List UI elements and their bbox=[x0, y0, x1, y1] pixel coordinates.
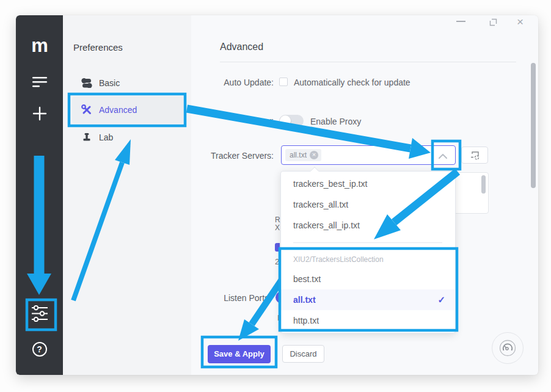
auto-update-checkbox-label: Automatically check for update bbox=[294, 78, 411, 87]
sidebar-item-lab[interactable]: Lab bbox=[81, 128, 113, 147]
close-button[interactable]: × bbox=[517, 15, 524, 29]
proxy-toggle[interactable] bbox=[279, 115, 304, 127]
help-icon[interactable]: ? bbox=[16, 342, 63, 357]
sync-icon bbox=[470, 151, 480, 160]
sidebar-item-label: Lab bbox=[99, 132, 113, 142]
dropdown-item[interactable]: trackers_best_ip.txt bbox=[281, 173, 455, 194]
app-window: m ? Preferences bbox=[16, 15, 538, 375]
preferences-title: Preferences bbox=[73, 42, 123, 53]
discard-button[interactable]: Discard bbox=[282, 345, 324, 363]
dropdown-item-selected[interactable]: all.txt ✓ bbox=[281, 289, 455, 310]
tag-label: all.txt bbox=[290, 151, 307, 159]
dropdown-item[interactable]: best.txt bbox=[281, 269, 455, 289]
speedometer-icon bbox=[499, 339, 516, 357]
app-logo: m bbox=[16, 36, 63, 55]
sidebar-item-label: Advanced bbox=[99, 105, 137, 115]
toggle-knob bbox=[280, 115, 291, 126]
occluded-text-fragment: 2 bbox=[275, 257, 279, 266]
dropdown-item[interactable]: trackers_all_ip.txt bbox=[281, 215, 455, 236]
proxy-toggle-label: Enable Proxy bbox=[310, 117, 361, 126]
tools-icon bbox=[81, 104, 92, 115]
speed-limit-button[interactable] bbox=[492, 332, 524, 364]
selected-tag: all.txt × bbox=[285, 149, 321, 161]
dropdown-item[interactable]: trackers_all.txt bbox=[281, 194, 455, 215]
textarea-scrollbar[interactable] bbox=[481, 175, 486, 194]
help-glyph: ? bbox=[32, 342, 47, 357]
sidebar-item-label: Basic bbox=[99, 78, 120, 88]
tracker-servers-label: Tracker Servers: bbox=[138, 151, 274, 161]
task-list-icon[interactable] bbox=[16, 76, 63, 87]
preferences-icon[interactable] bbox=[16, 305, 63, 322]
tracker-sources-dropdown: trackers_best_ip.txt trackers_all.txt tr… bbox=[280, 171, 456, 333]
nav-sidebar: m ? bbox=[16, 15, 63, 375]
title-divider bbox=[220, 62, 516, 62]
sync-trackers-button[interactable] bbox=[461, 147, 488, 164]
dropdown-group-label: XIU2/TrackersListCollection bbox=[281, 253, 455, 266]
page-title: Advanced bbox=[220, 42, 263, 53]
preferences-panel bbox=[63, 15, 191, 375]
proxy-label: Proxy: bbox=[138, 116, 274, 126]
sidebar-item-basic[interactable]: Basic bbox=[81, 74, 120, 92]
basic-toggles-icon bbox=[81, 78, 92, 89]
lab-stamp-icon bbox=[81, 132, 92, 143]
save-apply-button[interactable]: Save & Apply bbox=[208, 345, 271, 363]
occluded-text-fragment: X bbox=[275, 223, 280, 232]
screenshot-root: { "titlebar": { "minimize_icon": "minimi… bbox=[0, 0, 551, 392]
check-icon: ✓ bbox=[437, 289, 445, 310]
listen-ports-label: Listen Ports: bbox=[136, 293, 271, 303]
restore-button[interactable] bbox=[489, 18, 497, 29]
occluded-checked-checkbox bbox=[275, 243, 280, 252]
tag-close-icon[interactable]: × bbox=[310, 151, 318, 159]
tracker-servers-select[interactable]: all.txt × bbox=[281, 145, 456, 165]
add-task-icon[interactable] bbox=[16, 106, 63, 122]
auto-update-checkbox[interactable] bbox=[279, 78, 288, 86]
dropdown-item[interactable]: http.txt bbox=[281, 310, 455, 331]
auto-update-label: Auto Update: bbox=[138, 78, 274, 87]
minimize-button[interactable] bbox=[456, 21, 465, 22]
occluded-text-fragment: R bbox=[275, 216, 280, 224]
chevron-up-icon[interactable] bbox=[438, 151, 448, 162]
dropdown-divider bbox=[293, 242, 442, 243]
main-scrollbar[interactable] bbox=[531, 63, 536, 188]
